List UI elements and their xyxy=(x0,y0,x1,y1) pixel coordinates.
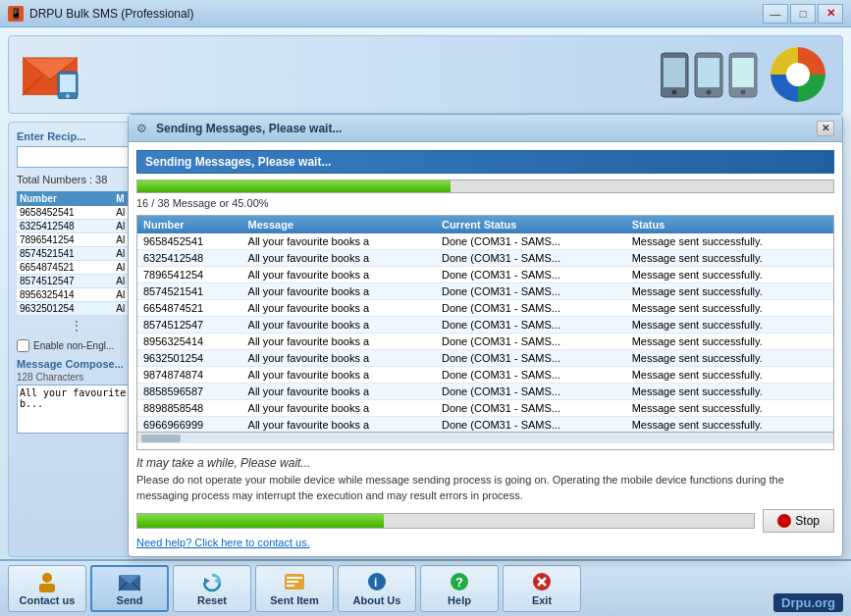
progress-bar-fill xyxy=(137,180,451,192)
status-current-cell: Done (COM31 - SAMS... xyxy=(436,384,626,400)
stop-icon xyxy=(777,514,791,528)
recipients-input[interactable] xyxy=(17,146,136,168)
sent-item-label: Sent Item xyxy=(270,594,319,606)
help-button[interactable]: ? Help xyxy=(420,565,499,612)
left-number-cell: 8956325414 xyxy=(17,288,113,302)
status-number-cell: 6654874521 xyxy=(137,300,242,317)
status-number-cell: 8956325414 xyxy=(137,334,242,350)
status-table-row: 6966966999 All your favourite books a Do… xyxy=(137,417,833,433)
left-table-row: 7896541254Al xyxy=(17,233,136,247)
help-label: Help xyxy=(448,594,471,606)
status-number-cell: 8898858548 xyxy=(137,400,242,417)
status-current-cell: Done (COM31 - SAMS... xyxy=(436,250,626,267)
status-status-cell: Message sent successfully. xyxy=(626,233,833,250)
svg-rect-5 xyxy=(60,75,76,92)
status-status-cell: Message sent successfully. xyxy=(626,417,833,433)
pie-chart xyxy=(767,43,830,107)
contact-us-label: Contact us xyxy=(20,594,76,606)
col-number: Number xyxy=(17,191,113,206)
svg-point-17 xyxy=(786,63,810,86)
status-status-cell: Message sent successfully. xyxy=(626,334,833,350)
reset-button[interactable]: Reset xyxy=(173,565,251,612)
dialog-close-button[interactable]: ✕ xyxy=(817,121,834,136)
status-message-cell: All your favourite books a xyxy=(242,233,436,250)
about-us-label: About Us xyxy=(353,594,401,606)
send-button[interactable]: Send xyxy=(90,565,169,612)
about-us-button[interactable]: i About Us xyxy=(338,565,416,612)
left-table-row: 9632501254Al xyxy=(17,302,136,316)
status-table-scroll[interactable]: Number Message Current Status Status 965… xyxy=(137,216,833,432)
status-current-cell: Done (COM31 - SAMS... xyxy=(436,334,626,350)
total-numbers-label: Total Numbers : 38 xyxy=(17,174,136,185)
progress-text: 16 / 38 Message or 45.00% xyxy=(136,197,834,209)
status-table-row: 6325412548 All your favourite books a Do… xyxy=(137,250,833,267)
status-message-cell: All your favourite books a xyxy=(242,334,436,350)
h-scroll-thumb[interactable] xyxy=(141,435,181,442)
left-number-cell: 6325412548 xyxy=(17,220,113,233)
exit-button[interactable]: Exit xyxy=(503,565,581,612)
window-close-button[interactable]: ✕ xyxy=(818,4,843,24)
status-number-cell: 7896541254 xyxy=(137,267,242,283)
sent-item-button[interactable]: Sent Item xyxy=(255,565,334,612)
status-message-cell: All your favourite books a xyxy=(242,417,436,433)
sent-item-icon xyxy=(281,571,308,592)
waiting-text: It may take a while, Please wait... xyxy=(136,456,834,470)
left-number-cell: 8574512547 xyxy=(17,275,113,288)
status-table-row: 7896541254 All your favourite books a Do… xyxy=(137,267,833,283)
status-message-cell: All your favourite books a xyxy=(242,250,436,267)
svg-marker-25 xyxy=(214,578,220,585)
left-number-cell: 8574521541 xyxy=(17,247,113,261)
bottom-progress-row: Stop xyxy=(136,509,834,533)
col-status-header: Status xyxy=(626,216,833,233)
status-status-cell: Message sent successfully. xyxy=(626,267,833,283)
scroll-indicator: ⋮ xyxy=(17,318,136,334)
left-table-row: 8956325414Al xyxy=(17,288,136,302)
left-number-cell: 9632501254 xyxy=(17,302,113,316)
logo-area xyxy=(21,50,80,99)
enter-recipients-label: Enter Recip... xyxy=(17,130,136,142)
left-table-row: 6654874521Al xyxy=(17,261,136,275)
contact-us-button[interactable]: Contact us xyxy=(8,565,86,612)
left-panel: Enter Recip... Total Numbers : 38 Number… xyxy=(8,122,145,557)
about-us-icon: i xyxy=(363,571,391,592)
message-textarea[interactable] xyxy=(17,385,136,434)
left-table-row: 8574512547Al xyxy=(17,275,136,288)
status-current-cell: Done (COM31 - SAMS... xyxy=(436,400,626,417)
maximize-button[interactable]: □ xyxy=(790,4,816,24)
status-current-cell: Done (COM31 - SAMS... xyxy=(436,350,626,367)
app-logo xyxy=(21,50,80,99)
status-table-row: 8574512547 All your favourite books a Do… xyxy=(137,317,833,334)
status-message-cell: All your favourite books a xyxy=(242,283,436,300)
svg-point-15 xyxy=(741,89,746,94)
svg-rect-11 xyxy=(698,58,719,87)
minimize-button[interactable]: — xyxy=(763,4,788,24)
status-table-row: 6654874521 All your favourite books a Do… xyxy=(137,300,833,317)
status-message-cell: All your favourite books a xyxy=(242,267,436,283)
progress-label: Sending Messages, Please wait... xyxy=(136,150,834,174)
reset-icon xyxy=(198,571,226,592)
title-bar: 📱 DRPU Bulk SMS (Professional) — □ ✕ xyxy=(0,0,851,27)
status-table-row: 8574521541 All your favourite books a Do… xyxy=(137,283,833,300)
status-current-cell: Done (COM31 - SAMS... xyxy=(436,317,626,334)
send-icon xyxy=(116,571,143,592)
sending-dialog: ⚙ Sending Messages, Please wait... ✕ Sen… xyxy=(128,114,843,557)
window-controls: — □ ✕ xyxy=(763,4,843,24)
status-table-row: 9874874874 All your favourite books a Do… xyxy=(137,367,833,384)
help-link[interactable]: Need help? Click here to contact us. xyxy=(136,537,834,548)
status-table-wrapper: Number Message Current Status Status 965… xyxy=(136,215,834,450)
status-table-row: 8956325414 All your favourite books a Do… xyxy=(137,334,833,350)
h-scroll-bar[interactable] xyxy=(137,432,833,443)
status-status-cell: Message sent successfully. xyxy=(626,400,833,417)
svg-rect-14 xyxy=(732,58,754,87)
svg-text:i: i xyxy=(374,576,377,590)
recipients-table: Number M 9658452541Al6325412548Al7896541… xyxy=(17,191,136,316)
bottom-progress-fill xyxy=(137,514,384,528)
status-current-cell: Done (COM31 - SAMS... xyxy=(436,267,626,283)
status-number-cell: 9658452541 xyxy=(137,233,242,250)
left-number-cell: 9658452541 xyxy=(17,206,113,220)
status-number-cell: 8574521541 xyxy=(137,283,242,300)
status-current-cell: Done (COM31 - SAMS... xyxy=(436,283,626,300)
enable-non-english-checkbox[interactable] xyxy=(17,339,29,352)
stop-button[interactable]: Stop xyxy=(763,509,834,533)
main-content: Enter Recip... Total Numbers : 38 Number… xyxy=(0,27,851,616)
